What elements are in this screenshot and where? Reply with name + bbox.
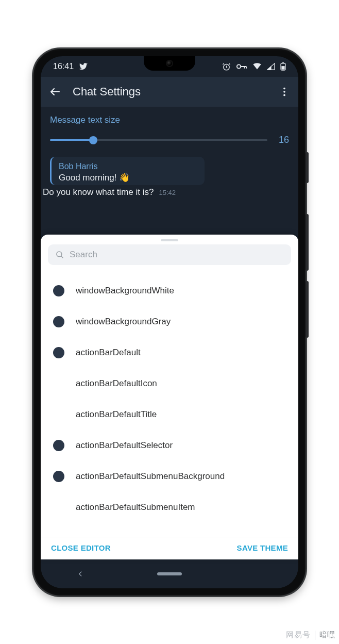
side-button [306, 214, 309, 271]
signal-icon [267, 63, 275, 70]
color-swatch [53, 502, 64, 513]
color-swatch [53, 471, 64, 482]
theme-item[interactable]: actionBarDefaultTitle [41, 399, 298, 430]
text-size-slider[interactable] [50, 139, 267, 141]
nav-back-icon[interactable] [77, 570, 84, 577]
color-swatch [53, 440, 64, 451]
sheet-footer: CLOSE EDITOR SAVE THEME [41, 537, 298, 559]
theme-item-label: actionBarDefaultTitle [76, 409, 157, 420]
slider-fill [50, 139, 93, 141]
theme-item-label: actionBarDefaultIcon [76, 378, 157, 389]
theme-item-label: actionBarDefault [76, 348, 141, 358]
message-time: 15:42 [159, 189, 176, 196]
close-editor-button[interactable]: CLOSE EDITOR [51, 543, 111, 552]
back-icon[interactable] [49, 86, 61, 98]
watermark-sub: 暗嘿 [319, 630, 335, 640]
color-swatch [53, 316, 64, 327]
wifi-icon [252, 63, 262, 70]
side-button [306, 281, 309, 338]
theme-item-label: actionBarDefaultSelector [76, 440, 173, 451]
watermark: 网易号 暗嘿 [286, 630, 335, 640]
phone-frame: 16:41 Chat Settings Message text size [33, 49, 306, 596]
search-input[interactable] [70, 250, 284, 260]
save-theme-button[interactable]: SAVE THEME [237, 543, 288, 552]
theme-item[interactable]: actionBarDefaultSubmenuBackground [41, 461, 298, 492]
message-line2: Do you know what time it is? [43, 187, 154, 197]
color-swatch [53, 378, 64, 389]
text-size-value: 16 [277, 135, 289, 145]
twitter-icon [79, 62, 88, 71]
svg-point-5 [283, 88, 285, 90]
theme-item-label: actionBarDefaultSubmenuBackground [76, 471, 225, 482]
svg-rect-4 [281, 66, 284, 70]
text-size-slider-row: 16 [50, 135, 289, 145]
theme-item[interactable]: windowBackgroundGray [41, 306, 298, 337]
theme-item-label: windowBackgroundGray [76, 317, 171, 327]
color-swatch [53, 409, 64, 420]
theme-item[interactable]: actionBarDefaultSubmenuItem [41, 492, 298, 523]
status-time: 16:41 [53, 62, 74, 71]
search-icon [55, 250, 64, 259]
theme-item[interactable]: actionBarDefaultIcon [41, 368, 298, 399]
notch [144, 56, 195, 71]
section-label-text-size: Message text size [50, 115, 289, 125]
search-box[interactable] [48, 244, 291, 265]
message-preview: Bob Harris Good morning! 👋 [50, 157, 205, 185]
color-swatch [53, 285, 64, 296]
vpn-icon [236, 63, 247, 70]
alarm-icon [222, 62, 231, 71]
theme-editor-sheet: windowBackgroundWhitewindowBackgroundGra… [41, 235, 298, 559]
theme-color-list[interactable]: windowBackgroundWhitewindowBackgroundGra… [41, 268, 298, 537]
svg-point-1 [237, 64, 241, 68]
app-bar-title: Chat Settings [73, 85, 267, 98]
svg-point-6 [283, 91, 285, 93]
message-sender: Bob Harris [59, 162, 197, 171]
theme-item-label: actionBarDefaultSubmenuItem [76, 502, 195, 513]
nav-bar [41, 559, 298, 588]
theme-item[interactable]: windowBackgroundWhite [41, 275, 298, 306]
nav-home-pill[interactable] [157, 572, 182, 575]
svg-rect-3 [282, 62, 284, 63]
side-button [306, 152, 309, 183]
svg-point-7 [283, 94, 285, 96]
screen: 16:41 Chat Settings Message text size [41, 56, 298, 588]
theme-item-label: windowBackgroundWhite [76, 286, 174, 296]
sheet-handle[interactable] [161, 239, 178, 241]
theme-item[interactable]: actionBarDefault [41, 337, 298, 368]
more-icon[interactable] [279, 86, 290, 97]
message-line1: Good morning! 👋 [59, 172, 197, 183]
settings-content: Message text size 16 Bob Harris Good mor… [41, 107, 298, 197]
watermark-divider [315, 631, 315, 640]
theme-item[interactable]: actionBarDefaultSelector [41, 430, 298, 461]
app-bar: Chat Settings [41, 77, 298, 107]
battery-icon [280, 62, 286, 71]
camera-dot [166, 60, 173, 67]
slider-thumb[interactable] [89, 136, 97, 144]
watermark-brand: 网易号 [286, 630, 311, 640]
color-swatch [53, 347, 64, 358]
